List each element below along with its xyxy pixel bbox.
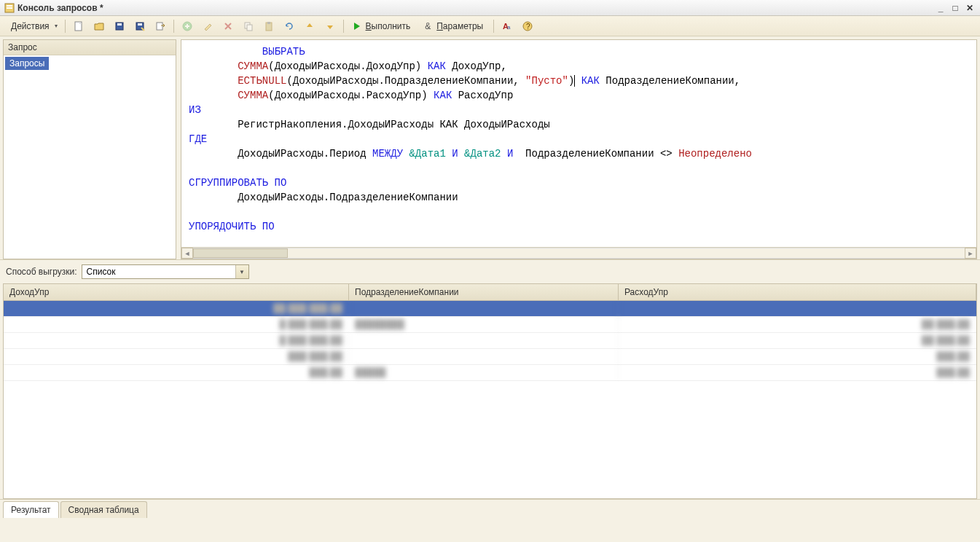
cell xyxy=(349,333,619,348)
cell: █ ███ ███,██ xyxy=(4,333,349,348)
svg-text:?: ? xyxy=(526,23,530,31)
svg-rect-1 xyxy=(7,5,12,7)
dropdown-icon[interactable]: ▼ xyxy=(235,265,248,278)
cell: ███,██ xyxy=(619,365,976,380)
col-department[interactable]: ПодразделениеКомпании xyxy=(349,284,619,300)
scroll-left-icon[interactable]: ◄ xyxy=(181,248,193,259)
svg-rect-7 xyxy=(138,23,142,25)
save-icon xyxy=(114,20,125,32)
font-button[interactable]: Aa xyxy=(498,18,517,34)
refresh-button[interactable] xyxy=(280,18,299,34)
cell: ██ ███,██ xyxy=(619,317,976,332)
execute-button[interactable]: Выполнить xyxy=(348,18,418,34)
export-method-select[interactable]: ▼ xyxy=(82,264,249,279)
col-income[interactable]: ДоходУпр xyxy=(4,284,349,300)
svg-rect-5 xyxy=(117,23,122,25)
tab-pivot[interactable]: Сводная таблица xyxy=(60,501,147,518)
svg-rect-11 xyxy=(247,25,252,31)
svg-rect-13 xyxy=(267,22,270,24)
paste-icon xyxy=(263,20,275,32)
up-button[interactable] xyxy=(300,18,319,34)
scroll-track[interactable] xyxy=(193,248,965,259)
func-sum: СУММА xyxy=(238,60,268,72)
minimize-button[interactable]: _ xyxy=(935,2,946,14)
new-icon xyxy=(73,20,85,32)
delete-button[interactable] xyxy=(219,18,238,34)
paste-button[interactable] xyxy=(259,18,278,34)
cell xyxy=(349,349,619,364)
window-title: Консоль запросов * xyxy=(17,3,103,13)
svg-rect-8 xyxy=(157,23,162,30)
title-bar: Консоль запросов * _ □ ✕ xyxy=(0,0,980,16)
func-isnull: ЕСТЬNULL xyxy=(238,75,286,87)
table-row[interactable]: ██ ███ ███,██ xyxy=(4,301,976,317)
export-button[interactable] xyxy=(151,18,170,34)
export-row: Способ выгрузки: ▼ xyxy=(0,259,980,283)
save-as-icon xyxy=(134,20,146,32)
keyword-select: ВЫБРАТЬ xyxy=(262,46,305,58)
actions-menu[interactable]: Действия xyxy=(4,18,61,34)
folder-open-icon xyxy=(93,20,105,32)
export-label: Способ выгрузки: xyxy=(6,267,77,277)
scroll-thumb[interactable] xyxy=(193,248,288,258)
query-editor-wrap: ВЫБРАТЬ СУММА(ДоходыИРасходы.ДоходУпр) К… xyxy=(181,39,977,259)
cell xyxy=(619,301,976,316)
parameters-button[interactable]: & Параметры xyxy=(418,18,490,34)
tree-body[interactable]: Запросы xyxy=(4,55,176,259)
table-row[interactable]: ███,██ █████ ███,██ xyxy=(4,365,976,381)
grid-body[interactable]: ██ ███ ███,██ █ ███ ███,██ ████████ ██ █… xyxy=(4,301,976,498)
tree-item-queries[interactable]: Запросы xyxy=(5,57,49,70)
help-button[interactable]: ? xyxy=(518,18,537,34)
arrow-down-icon xyxy=(324,20,336,32)
results-grid: ДоходУпр ПодразделениеКомпании РасходУпр… xyxy=(3,283,977,499)
table-row[interactable]: █ ███ ███,██ ██ ███,██ xyxy=(4,333,976,349)
copy-icon xyxy=(243,20,254,32)
keyword-from: ИЗ xyxy=(189,104,201,116)
grid-header: ДоходУпр ПодразделениеКомпании РасходУпр xyxy=(4,284,976,301)
maximize-button[interactable]: □ xyxy=(949,2,961,14)
arrow-up-icon xyxy=(304,20,315,32)
font-icon: Aa xyxy=(501,20,513,32)
editor-hscrollbar[interactable]: ◄ ► xyxy=(181,247,976,259)
table-row[interactable]: ███ ███,██ ███,██ xyxy=(4,349,976,365)
cell: ███ ███,██ xyxy=(4,349,349,364)
bottom-tabs: Результат Сводная таблица xyxy=(0,499,980,518)
new-button[interactable] xyxy=(69,18,88,34)
cell xyxy=(349,301,619,316)
keyword-orderby: УПОРЯДОЧИТЬ ПО xyxy=(189,221,275,232)
edit-button[interactable] xyxy=(198,18,217,34)
cell: ███,██ xyxy=(4,365,349,380)
delete-icon xyxy=(222,20,234,32)
cell: ██ ███,██ xyxy=(619,333,976,348)
table-row[interactable]: █ ███ ███,██ ████████ ██ ███,██ xyxy=(4,317,976,333)
export-method-input[interactable] xyxy=(82,265,235,278)
main-split: Запрос Запросы ВЫБРАТЬ СУММА(ДоходыИРасх… xyxy=(0,36,980,259)
cell: ████████ xyxy=(349,317,619,332)
refresh-icon xyxy=(283,20,295,32)
add-button[interactable] xyxy=(178,18,197,34)
keyword-groupby: СГРУППИРОВАТЬ ПО xyxy=(189,177,286,189)
export-icon xyxy=(154,20,166,32)
save-as-button[interactable] xyxy=(130,18,149,34)
app-icon xyxy=(4,3,15,13)
open-button[interactable] xyxy=(90,18,109,34)
scroll-right-icon[interactable]: ► xyxy=(965,248,976,259)
svg-rect-2 xyxy=(7,7,12,9)
cell: █████ xyxy=(349,365,619,380)
tab-result[interactable]: Результат xyxy=(3,501,59,518)
save-button[interactable] xyxy=(110,18,129,34)
col-expense[interactable]: РасходУпр xyxy=(619,284,976,300)
svg-text:a: a xyxy=(507,24,511,31)
cell: █ ███ ███,██ xyxy=(4,317,349,332)
close-button[interactable]: ✕ xyxy=(964,2,976,14)
main-toolbar: Действия Выполнить & Параметры Aa ? xyxy=(0,16,980,36)
pencil-icon xyxy=(202,20,213,32)
tree-header: Запрос xyxy=(4,40,176,55)
cell: ██ ███ ███,██ xyxy=(4,301,349,316)
query-editor[interactable]: ВЫБРАТЬ СУММА(ДоходыИРасходы.ДоходУпр) К… xyxy=(181,40,976,247)
down-button[interactable] xyxy=(321,18,340,34)
plus-circle-icon xyxy=(181,20,193,32)
copy-button[interactable] xyxy=(239,18,258,34)
keyword-where: ГДЕ xyxy=(189,133,207,145)
help-icon: ? xyxy=(522,20,533,32)
